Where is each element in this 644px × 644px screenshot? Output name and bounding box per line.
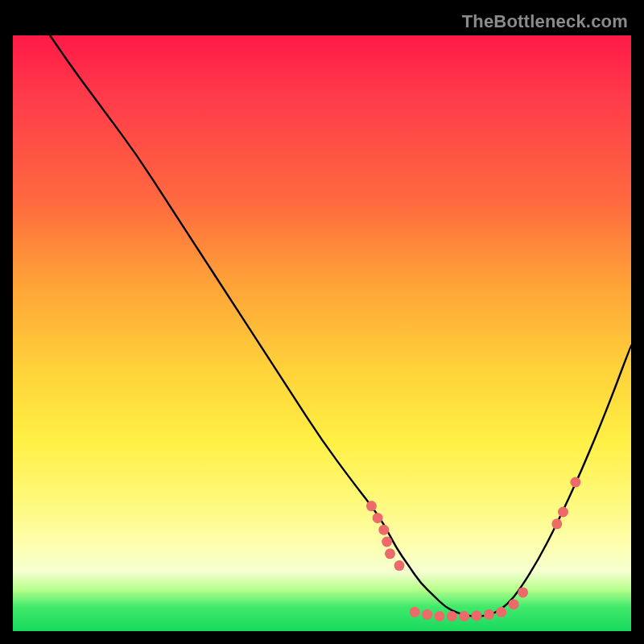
heat-gradient-bg <box>13 35 631 631</box>
watermark-text: TheBottleneck.com <box>462 11 628 32</box>
chart-frame: TheBottleneck.com <box>13 13 631 631</box>
plot-area <box>13 35 631 631</box>
